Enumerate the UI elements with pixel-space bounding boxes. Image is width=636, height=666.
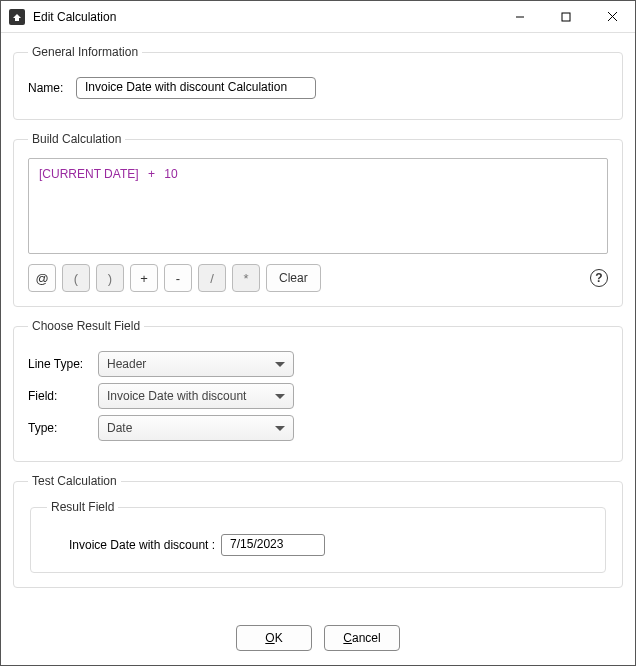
divide-button[interactable]: / (198, 264, 226, 292)
general-information-group: General Information Name: Invoice Date w… (13, 45, 623, 120)
choose-result-field-group: Choose Result Field Line Type: Header Fi… (13, 319, 623, 462)
minimize-button[interactable] (497, 1, 543, 33)
result-field-label: Invoice Date with discount : (69, 538, 215, 552)
general-information-legend: General Information (28, 45, 142, 59)
chevron-down-icon (275, 394, 285, 399)
type-value: Date (107, 421, 275, 435)
edit-calculation-dialog: Edit Calculation General Information Nam… (0, 0, 636, 666)
plus-button[interactable]: + (130, 264, 158, 292)
cancel-rest: ancel (352, 631, 381, 645)
close-icon (607, 11, 618, 22)
field-label: Field: (28, 389, 98, 403)
token-variable: [CURRENT DATE] (39, 167, 139, 181)
type-label: Type: (28, 421, 98, 435)
result-field-group: Result Field Invoice Date with discount … (30, 500, 606, 573)
clear-button[interactable]: Clear (266, 264, 321, 292)
cancel-mnemonic: C (343, 631, 352, 645)
line-type-select[interactable]: Header (98, 351, 294, 377)
ok-rest: K (275, 631, 283, 645)
calculation-editor[interactable]: [CURRENT DATE] + 10 (28, 158, 608, 254)
dialog-footer: OK Cancel (1, 615, 635, 665)
titlebar: Edit Calculation (1, 1, 635, 33)
window-title: Edit Calculation (33, 10, 497, 24)
build-calculation-legend: Build Calculation (28, 132, 125, 146)
app-icon (9, 9, 25, 25)
open-paren-button[interactable]: ( (62, 264, 90, 292)
test-calculation-group: Test Calculation Result Field Invoice Da… (13, 474, 623, 588)
ok-mnemonic: O (265, 631, 274, 645)
build-calculation-group: Build Calculation [CURRENT DATE] + 10 @ … (13, 132, 623, 307)
name-label: Name: (28, 81, 76, 95)
dialog-content: General Information Name: Invoice Date w… (1, 33, 635, 615)
choose-result-field-legend: Choose Result Field (28, 319, 144, 333)
cancel-button[interactable]: Cancel (324, 625, 400, 651)
field-select[interactable]: Invoice Date with discount (98, 383, 294, 409)
close-paren-button[interactable]: ) (96, 264, 124, 292)
ok-button[interactable]: OK (236, 625, 312, 651)
multiply-button[interactable]: * (232, 264, 260, 292)
minimize-icon (515, 12, 525, 22)
chevron-down-icon (275, 362, 285, 367)
test-calculation-legend: Test Calculation (28, 474, 121, 488)
line-type-label: Line Type: (28, 357, 98, 371)
svg-rect-2 (562, 13, 570, 21)
line-type-value: Header (107, 357, 275, 371)
minus-button[interactable]: - (164, 264, 192, 292)
result-field-legend: Result Field (47, 500, 118, 514)
name-input[interactable]: Invoice Date with discount Calculation (76, 77, 316, 99)
maximize-icon (561, 12, 571, 22)
field-value: Invoice Date with discount (107, 389, 275, 403)
type-select[interactable]: Date (98, 415, 294, 441)
at-button[interactable]: @ (28, 264, 56, 292)
maximize-button[interactable] (543, 1, 589, 33)
token-number: 10 (164, 167, 177, 181)
svg-rect-0 (15, 18, 19, 21)
help-icon[interactable]: ? (590, 269, 608, 287)
chevron-down-icon (275, 426, 285, 431)
close-button[interactable] (589, 1, 635, 33)
result-field-value[interactable]: 7/15/2023 (221, 534, 325, 556)
token-operator: + (142, 167, 161, 181)
operator-toolbar: @ ( ) + - / * Clear ? (28, 264, 608, 292)
